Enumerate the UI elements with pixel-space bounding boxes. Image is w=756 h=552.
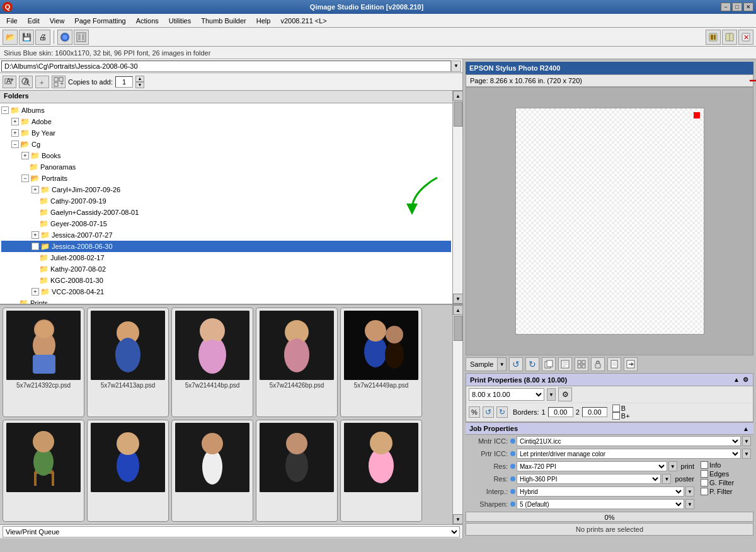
expand-vcc[interactable]: + bbox=[32, 288, 39, 296]
tree-item-kgc[interactable]: 📁 KGC-2008-01-30 bbox=[1, 275, 451, 286]
bplus-checkbox[interactable]: B+ bbox=[612, 412, 630, 420]
copy-btn[interactable] bbox=[542, 357, 556, 371]
prtr-icc-select[interactable]: Let printer/driver manage color bbox=[517, 449, 741, 459]
gfilter-checkbox[interactable]: G. Filter bbox=[701, 479, 750, 486]
mntr-icc-dropdown[interactable]: ▼ bbox=[742, 436, 751, 446]
job-props-collapse[interactable]: ▲ bbox=[742, 425, 750, 432]
tree-item-books[interactable]: + 📁 Books bbox=[1, 150, 451, 161]
res2-dropdown[interactable]: ▼ bbox=[662, 474, 671, 484]
thumb-item-5[interactable]: 5x7w214449ap.psd bbox=[340, 308, 422, 417]
gfilter-check[interactable] bbox=[701, 479, 708, 486]
scroll-thumb[interactable] bbox=[454, 101, 462, 127]
b-checkbox[interactable]: B bbox=[612, 405, 630, 412]
minimize-button[interactable]: − bbox=[721, 3, 731, 11]
edges-check[interactable] bbox=[701, 470, 708, 478]
folder-tree[interactable]: − 📁 Albums + 📁 Adobe bbox=[0, 103, 462, 304]
print-button[interactable]: 🖨 bbox=[35, 30, 50, 45]
toolbar-icon2[interactable] bbox=[722, 30, 737, 45]
add-single-btn[interactable]: + bbox=[35, 76, 49, 88]
bplus-check[interactable] bbox=[612, 412, 620, 420]
toolbar-icon1[interactable] bbox=[706, 30, 721, 45]
refresh-btn1[interactable]: ↺ bbox=[509, 357, 523, 371]
border-value1[interactable] bbox=[548, 407, 573, 417]
pfilter-checkbox[interactable]: P. Filter bbox=[701, 488, 750, 495]
thumb-item-7[interactable] bbox=[87, 420, 169, 522]
prtr-icc-dropdown[interactable]: ▼ bbox=[742, 449, 751, 459]
menu-view[interactable]: View bbox=[45, 14, 70, 27]
tree-item-caryljim[interactable]: + 📁 Caryl+Jim-2007-09-26 bbox=[1, 184, 451, 195]
tree-item-byyear[interactable]: + 📁 By Year bbox=[1, 127, 451, 139]
thumb-scrollbar[interactable]: ▲ ▼ bbox=[452, 305, 462, 524]
close-button[interactable]: ✕ bbox=[743, 3, 753, 11]
interp-dropdown[interactable]: ▼ bbox=[685, 486, 694, 497]
res1-select[interactable]: Max-720 PPI bbox=[517, 461, 667, 471]
b-check[interactable] bbox=[612, 405, 620, 412]
lock-btn[interactable] bbox=[591, 357, 605, 371]
thumb-item-4[interactable]: 5x7w214426bp.psd bbox=[256, 308, 338, 417]
expand-jessica2007[interactable]: + bbox=[32, 231, 39, 239]
refresh2-btn[interactable]: ↻ bbox=[496, 406, 508, 418]
expand-jessica2008[interactable]: + bbox=[32, 243, 39, 250]
export-btn[interactable] bbox=[624, 357, 638, 371]
res1-dropdown[interactable]: ▼ bbox=[668, 461, 677, 471]
tree-item-cg[interactable]: − 📂 Cg bbox=[1, 139, 451, 150]
copies-down[interactable]: ▼ bbox=[135, 82, 144, 88]
thumb-item-10[interactable] bbox=[340, 420, 422, 522]
expand-cg[interactable]: − bbox=[11, 141, 19, 148]
tree-item-vcc[interactable]: + 📁 VCC-2008-04-21 bbox=[1, 286, 451, 297]
tree-item-gaelyn[interactable]: 📁 Gaelyn+Cassidy-2007-08-01 bbox=[1, 207, 451, 218]
size-settings-btn[interactable]: ⚙ bbox=[558, 388, 572, 401]
sample-dropdown[interactable]: ▼ bbox=[497, 358, 506, 371]
edges-checkbox[interactable]: Edges bbox=[701, 470, 750, 478]
thumb-scroll-track[interactable] bbox=[453, 315, 462, 514]
refresh1-btn[interactable]: ↺ bbox=[483, 406, 494, 418]
sharpen-select[interactable]: 5 (Default) bbox=[517, 499, 684, 509]
thumb-item-3[interactable]: 5x7w214414bp.psd bbox=[171, 308, 253, 417]
view-print-queue[interactable]: View/Print Queue bbox=[3, 526, 460, 538]
expand-portraits[interactable]: − bbox=[21, 175, 29, 182]
tree-item-cathy[interactable]: 📁 Cathy-2007-09-19 bbox=[1, 195, 451, 207]
thumb-scroll-up[interactable]: ▲ bbox=[453, 305, 462, 315]
menu-edit[interactable]: Edit bbox=[23, 14, 45, 27]
thumb-scroll-thumb[interactable] bbox=[454, 316, 462, 341]
sharpen-dropdown[interactable]: ▼ bbox=[685, 499, 694, 509]
expand-caryljim[interactable]: + bbox=[32, 186, 39, 193]
skin-button[interactable] bbox=[57, 30, 72, 45]
percent-btn[interactable]: % bbox=[469, 406, 480, 418]
menu-help[interactable]: Help bbox=[251, 14, 276, 27]
thumb-item-8[interactable] bbox=[171, 420, 253, 522]
grid-view-btn[interactable] bbox=[575, 357, 588, 371]
save-button[interactable]: 💾 bbox=[19, 30, 34, 45]
expand-adobe[interactable]: + bbox=[11, 118, 19, 125]
thumb-item-6[interactable] bbox=[3, 420, 84, 522]
copies-up[interactable]: ▲ bbox=[135, 76, 144, 82]
zoom-fit-btn[interactable]: A + bbox=[3, 76, 16, 88]
folder-scrollbar[interactable]: ▲ ▼ bbox=[452, 91, 462, 304]
menu-utilities[interactable]: Utilities bbox=[164, 14, 196, 27]
interp-select[interactable]: Hybrid bbox=[517, 486, 684, 497]
thumb-item-1[interactable]: 5x7w214392cp.psd bbox=[3, 308, 84, 417]
tree-item-jessica2008[interactable]: + 📁 Jessica-2008-06-30 bbox=[1, 241, 451, 252]
tree-item-adobe[interactable]: + 📁 Adobe bbox=[1, 116, 451, 127]
pfilter-check[interactable] bbox=[701, 488, 708, 495]
tree-item-geyer[interactable]: 📁 Geyer-2008-07-15 bbox=[1, 218, 451, 229]
menu-thumb-builder[interactable]: Thumb Builder bbox=[196, 14, 251, 27]
menu-actions[interactable]: Actions bbox=[131, 14, 164, 27]
expand-albums[interactable]: − bbox=[1, 106, 9, 114]
info-checkbox[interactable]: Info bbox=[701, 461, 750, 469]
tree-item-panoramas[interactable]: 📁 Panoramas bbox=[1, 161, 451, 173]
restore-button[interactable]: □ bbox=[732, 3, 742, 11]
tree-item-prints[interactable]: 📁 Prints bbox=[1, 297, 451, 304]
path-input[interactable] bbox=[1, 60, 451, 72]
thumb-item-2[interactable]: 5x7w214413ap.psd bbox=[87, 308, 169, 417]
menu-file[interactable]: File bbox=[1, 14, 23, 27]
toolbar-icon3[interactable]: ✕ bbox=[738, 30, 753, 45]
scroll-down-btn[interactable]: ▼ bbox=[453, 294, 462, 304]
expand-books[interactable]: + bbox=[21, 152, 29, 159]
add-grid-btn[interactable]: + bbox=[52, 76, 66, 88]
print-props-settings[interactable]: ⚙ bbox=[742, 376, 749, 384]
layout-button[interactable] bbox=[74, 30, 89, 45]
size-select[interactable]: 8.00 x 10.00 bbox=[469, 388, 544, 401]
thumb-item-9[interactable] bbox=[256, 420, 338, 522]
scroll-track[interactable] bbox=[453, 101, 462, 294]
